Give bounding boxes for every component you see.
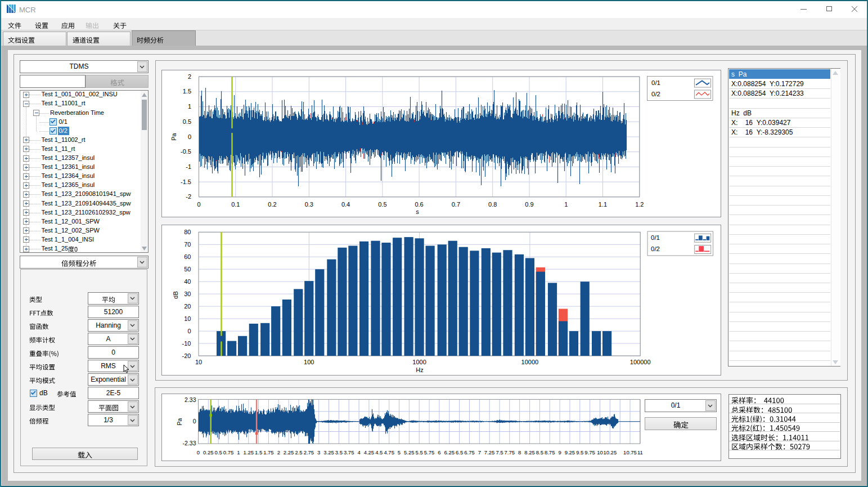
svg-text:2.33: 2.33 [185,396,196,403]
svg-text:0.6: 0.6 [415,200,423,207]
svg-text:3.75: 3.75 [343,449,354,455]
svg-text:10000: 10000 [521,359,538,365]
svg-text:0.3: 0.3 [304,200,313,207]
svg-text:4.5: 4.5 [375,449,383,455]
svg-text:0.5: 0.5 [378,200,386,207]
svg-text:9.25: 9.25 [564,449,575,455]
svg-text:1: 1 [187,103,191,110]
svg-text:100: 100 [304,359,314,365]
svg-text:7: 7 [478,449,480,455]
svg-text:5.5: 5.5 [415,449,422,455]
svg-text:8.75: 8.75 [544,449,555,455]
svg-text:Pa: Pa [176,418,183,425]
svg-text:0/2: 0/2 [651,91,660,97]
svg-text:10: 10 [195,359,201,365]
svg-text:s: s [416,208,419,215]
svg-text:6.75: 6.75 [464,449,475,455]
svg-text:1: 1 [237,449,240,455]
svg-text:0.8: 0.8 [488,200,497,207]
svg-text:4.25: 4.25 [363,449,374,455]
svg-text:10: 10 [184,315,191,322]
svg-text:6.5: 6.5 [455,449,462,455]
svg-text:-1.5: -1.5 [181,178,191,185]
svg-text:2: 2 [277,449,280,455]
svg-text:0: 0 [187,328,191,334]
svg-text:0.4: 0.4 [341,200,349,207]
svg-text:1.25: 1.25 [243,449,254,455]
svg-text:4: 4 [357,449,360,455]
svg-text:0.9: 0.9 [525,200,533,207]
svg-text:3.5: 3.5 [335,449,342,455]
svg-text:0.2: 0.2 [268,200,276,207]
svg-text:3.25: 3.25 [323,449,334,455]
svg-text:1.5: 1.5 [254,449,262,455]
svg-text:10.25: 10.25 [603,449,617,455]
svg-text:2.75: 2.75 [303,449,314,455]
svg-text:8.25: 8.25 [524,449,535,455]
svg-text:-1: -1 [186,163,191,169]
svg-text:-10: -10 [182,340,191,347]
svg-text:5.75: 5.75 [424,449,434,455]
svg-text:1.5: 1.5 [182,88,191,95]
svg-text:3: 3 [317,449,320,455]
svg-text:5: 5 [397,449,400,455]
svg-text:7.25: 7.25 [484,449,494,455]
svg-text:-2: -2 [186,193,191,200]
svg-text:0.75: 0.75 [223,449,233,455]
svg-text:0/1: 0/1 [651,79,660,86]
svg-text:40: 40 [184,278,191,285]
svg-text:9.5: 9.5 [576,449,583,455]
svg-text:6.25: 6.25 [444,449,455,455]
svg-text:0.5: 0.5 [182,118,191,124]
svg-text:50: 50 [184,266,191,272]
svg-text:2.25: 2.25 [283,449,293,455]
svg-text:8.5: 8.5 [536,449,543,455]
svg-text:Hz: Hz [416,367,423,373]
svg-text:7.5: 7.5 [496,449,503,455]
svg-text:-2.33: -2.33 [182,440,196,446]
svg-text:4.75: 4.75 [384,449,394,455]
svg-text:1: 1 [564,200,568,207]
svg-text:0: 0 [192,418,196,425]
svg-text:5.25: 5.25 [404,449,415,455]
svg-text:2: 2 [187,73,191,79]
svg-text:8: 8 [518,449,521,455]
svg-text:0.7: 0.7 [451,200,460,207]
svg-text:1.1: 1.1 [598,200,606,207]
svg-text:-0.5: -0.5 [181,148,191,155]
svg-text:7.75: 7.75 [504,449,515,455]
svg-text:0.1: 0.1 [231,200,240,207]
svg-text:60: 60 [184,253,191,260]
svg-text:0.25: 0.25 [203,449,214,455]
svg-text:1000: 1000 [412,359,426,365]
svg-text:9.75: 9.75 [584,449,595,455]
svg-text:0: 0 [196,449,199,455]
svg-text:2.5: 2.5 [295,449,302,455]
svg-text:1.2: 1.2 [635,200,644,207]
svg-text:80: 80 [184,229,191,235]
svg-text:9: 9 [558,449,561,455]
svg-text:0: 0 [187,133,191,140]
svg-text:10: 10 [597,449,603,455]
svg-text:dB: dB [172,291,179,298]
svg-text:0.5: 0.5 [214,449,222,455]
svg-text:6: 6 [438,449,440,455]
svg-text:-20: -20 [182,352,191,359]
svg-text:0/2: 0/2 [651,245,660,252]
svg-text:11: 11 [637,449,642,455]
svg-text:Pa: Pa [170,132,177,140]
svg-text:1.75: 1.75 [263,449,274,455]
svg-text:10.75: 10.75 [623,449,637,455]
svg-text:0/1: 0/1 [651,234,660,241]
svg-text:0: 0 [197,200,200,207]
svg-text:30: 30 [184,291,191,297]
svg-text:70: 70 [184,241,191,248]
svg-text:20: 20 [184,303,191,310]
svg-text:100000: 100000 [629,359,650,365]
